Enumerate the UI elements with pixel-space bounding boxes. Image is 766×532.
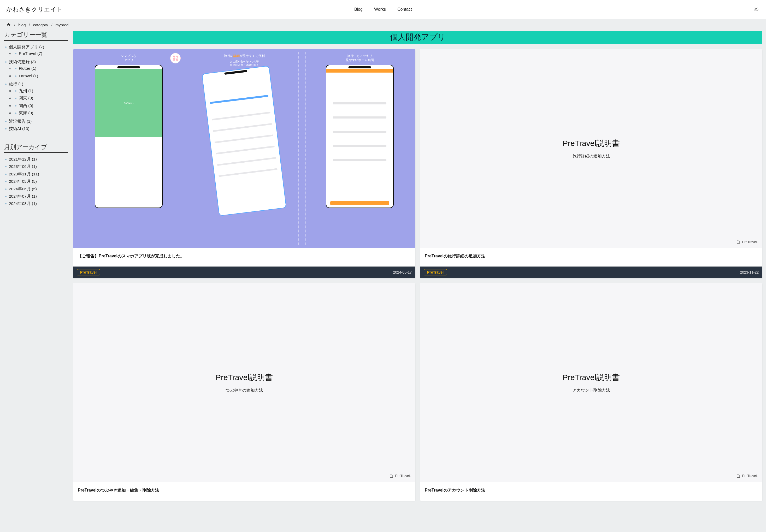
phone-mock-icon (202, 66, 287, 216)
post-card[interactable]: シンプルなアプリ 旅行計画 PreTravel. 旅行の詳細が見やすくて便利 お… (73, 49, 415, 278)
cat-link[interactable]: 東海 (0) (19, 111, 33, 115)
post-date: 2023-11-22 (740, 270, 759, 274)
post-card[interactable]: PreTravel説明書 アカウント削除方法 PreTravel. PreTra… (420, 283, 762, 500)
svg-line-4 (757, 11, 758, 11)
svg-rect-10 (390, 475, 393, 477)
cat-link[interactable]: 技術AI (13) (9, 126, 30, 131)
site-title[interactable]: かわさきクリエイト (6, 5, 63, 14)
post-thumbnail: PreTravel説明書 つぶやきの追加方法 PreTravel. (73, 283, 415, 482)
post-footer: PreTravel 2023-11-22 (420, 267, 762, 278)
cat-link[interactable]: PreTravel (7) (19, 51, 42, 56)
phone-mock-icon: PreTravel. (95, 65, 163, 208)
cat-link[interactable]: 個人開発アプリ (7) (9, 45, 44, 49)
cat-link[interactable]: 近況報告 (1) (9, 119, 32, 123)
home-icon[interactable] (6, 22, 11, 27)
breadcrumb-sep: / (29, 23, 30, 27)
archive-section: 月別アーカイブ 2021年12月 (1) 2023年06月 (1) 2023年1… (4, 143, 68, 208)
bubble-badge: 旅行計画 (170, 53, 181, 63)
nav-blog[interactable]: Blog (354, 7, 363, 12)
brand-label: PreTravel. (389, 474, 411, 478)
breadcrumb-category[interactable]: category (33, 23, 48, 27)
breadcrumb-sep: / (14, 23, 15, 27)
post-tag[interactable]: PreTravel (77, 269, 100, 275)
post-tag[interactable]: PreTravel (424, 269, 447, 275)
category-section: カテゴリー一覧 個人開発アプリ (7) PreTravel (7) 技術備忘録 … (4, 31, 68, 133)
main-content: 個人開発アプリ シンプルなアプリ 旅行計画 PreTravel. 旅行の詳細が見… (73, 31, 766, 501)
breadcrumb-sep: / (51, 23, 52, 27)
top-nav: Blog Works Contact (354, 7, 412, 12)
svg-point-0 (755, 9, 757, 10)
sidebar: カテゴリー一覧 個人開発アプリ (7) PreTravel (7) 技術備忘録 … (0, 31, 68, 501)
cat-link[interactable]: Flutter (1) (19, 66, 36, 70)
svg-rect-11 (737, 475, 740, 477)
post-thumbnail: PreTravel説明書 アカウント削除方法 PreTravel. (420, 283, 762, 482)
svg-rect-9 (737, 241, 740, 243)
archive-list: 2021年12月 (1) 2023年06月 (1) 2023年11月 (11) … (4, 156, 68, 208)
breadcrumb: / blog / category / myprod (0, 19, 766, 31)
svg-line-8 (757, 8, 758, 8)
post-title: PreTravelのアカウント削除方法 (420, 482, 762, 501)
theme-toggle-button[interactable] (752, 6, 760, 13)
archive-link[interactable]: 2023年06月 (1) (9, 164, 37, 169)
nav-works[interactable]: Works (374, 7, 386, 12)
archive-link[interactable]: 2021年12月 (1) (9, 157, 37, 161)
post-title: PreTravelの旅行詳細の追加方法 (420, 248, 762, 267)
cat-link[interactable]: 技術備忘録 (3) (9, 60, 36, 64)
post-footer: PreTravel 2024-05-17 (73, 267, 415, 278)
archive-link[interactable]: 2024年07月 (1) (9, 194, 37, 198)
post-thumbnail: シンプルなアプリ 旅行計画 PreTravel. 旅行の詳細が見やすくて便利 お… (73, 49, 415, 248)
category-tree: 個人開発アプリ (7) PreTravel (7) 技術備忘録 (3) Flut… (4, 43, 68, 133)
page-heading: 個人開発アプリ (73, 31, 762, 44)
bag-icon (736, 474, 741, 478)
archive-link[interactable]: 2024年06月 (5) (9, 187, 37, 191)
breadcrumb-blog[interactable]: blog (18, 23, 26, 27)
post-date: 2024-05-17 (393, 270, 412, 274)
archive-link[interactable]: 2024年05月 (5) (9, 179, 37, 184)
post-thumbnail: PreTravel説明書 旅行詳細の追加方法 PreTravel. (420, 49, 762, 248)
cat-link[interactable]: 九州 (1) (19, 88, 33, 93)
cat-link[interactable]: Laravel (1) (19, 74, 38, 78)
cat-link[interactable]: 旅行 (1) (9, 82, 23, 86)
archive-heading: 月別アーカイブ (4, 143, 68, 153)
cat-link[interactable]: 関東 (0) (19, 96, 33, 100)
bag-icon (736, 239, 741, 244)
phone-mock-icon (326, 65, 394, 208)
card-grid: シンプルなアプリ 旅行計画 PreTravel. 旅行の詳細が見やすくて便利 お… (73, 49, 762, 501)
bag-icon (389, 474, 394, 478)
brand-label: PreTravel. (736, 239, 758, 244)
category-heading: カテゴリー一覧 (4, 31, 68, 41)
post-title: PreTravelのつぶやき追加・編集・削除方法 (73, 482, 415, 501)
post-card[interactable]: PreTravel説明書 つぶやきの追加方法 PreTravel. PreTra… (73, 283, 415, 500)
archive-link[interactable]: 2023年11月 (11) (9, 172, 39, 176)
cat-link[interactable]: 関西 (0) (19, 103, 33, 108)
brand-label: PreTravel. (736, 474, 758, 478)
header: かわさきクリエイト Blog Works Contact (0, 0, 766, 19)
sun-icon (753, 7, 759, 12)
post-card[interactable]: PreTravel説明書 旅行詳細の追加方法 PreTravel. PreTra… (420, 49, 762, 278)
breadcrumb-current: myprod (55, 23, 68, 27)
archive-link[interactable]: 2024年08月 (1) (9, 201, 37, 206)
post-title: 【ご報告】PreTravelのスマホアプリ版が完成しました。 (73, 248, 415, 267)
nav-contact[interactable]: Contact (397, 7, 412, 12)
